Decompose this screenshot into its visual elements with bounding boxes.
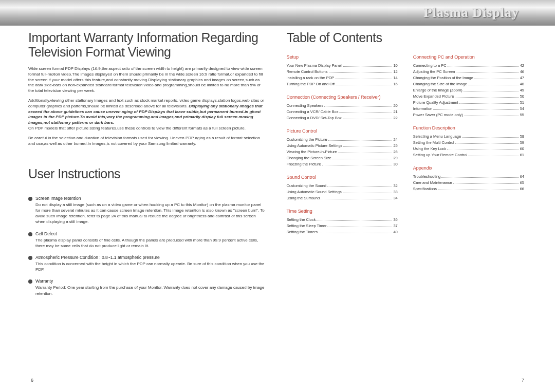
- toc-page: 65: [520, 180, 524, 186]
- toc-page: 58: [520, 134, 524, 140]
- toc-dots: [456, 72, 519, 73]
- toc-dots: [339, 113, 392, 113]
- toc-row: Changing the Size of the Image48: [413, 81, 524, 87]
- toc-dots: [343, 119, 393, 119]
- toc-label: Using Automatic Picture Settings: [287, 143, 343, 149]
- toc-row: Installing a rack on the PDP14: [287, 75, 398, 81]
- toc-label: Move Expanded Picture: [413, 94, 454, 100]
- toc-row: Remote Control Buttons12: [287, 69, 398, 75]
- toc-col-2: Connecting PC and OperationConnecting to…: [413, 54, 524, 242]
- toc-label: Your New Plasma Display Panel: [287, 63, 342, 69]
- toc-col-1: SetupYour New Plasma Display Panel10Remo…: [287, 54, 398, 242]
- warranty-para1: Wide screen format PDP Displays (16:9,th…: [28, 66, 266, 94]
- toc-label: Freezing the Picture: [287, 161, 321, 167]
- toc-row: Customizing the Sound32: [287, 183, 398, 189]
- toc-dots: [321, 199, 392, 199]
- toc-row: Information54: [413, 106, 524, 112]
- toc-row: Using the Key Lock60: [413, 146, 524, 152]
- toc-dots: [447, 150, 519, 150]
- toc-label: Changing the Position of the Image: [413, 75, 473, 81]
- toc-dots: [317, 220, 392, 221]
- bullet-title: Warranty: [35, 278, 266, 284]
- toc-dots: [335, 79, 392, 79]
- toc-label: Using the Surround: [287, 195, 320, 201]
- toc-page: 25: [393, 143, 397, 149]
- toc-label: Setting the Clock: [287, 217, 316, 223]
- toc-dots: [343, 146, 392, 147]
- toc-page: 49: [520, 87, 524, 94]
- page-number-right: 7: [522, 378, 524, 383]
- toc-label: Selecting a Menu Language: [413, 134, 461, 140]
- toc-dots: [455, 97, 519, 98]
- toc-label: Adjusting the PC Screen: [413, 69, 455, 75]
- toc-page: 10: [393, 63, 397, 69]
- toc-label: Picture Quality Adjustment: [413, 100, 458, 106]
- bullet-list: Screen Image retentionDo not display a s…: [28, 196, 266, 296]
- bullet-item: WarrantyWarranty Period: One year starti…: [28, 278, 266, 296]
- toc-dots: [448, 66, 519, 67]
- toc-dots: [468, 85, 519, 85]
- brand-header: Plasma Display: [0, 0, 555, 26]
- bullet-body: Do not display a still image (such as on…: [35, 202, 266, 225]
- toc-row: Connecting a VCR/ Cable Box21: [287, 109, 398, 115]
- left-page: Important Warranty Information Regarding…: [28, 31, 266, 303]
- toc-label: Customizing the Sound: [287, 183, 327, 189]
- toc-label: Connecting a DVD/ Set-Top Box: [287, 115, 342, 121]
- user-instructions-title: User Instructions: [28, 167, 266, 181]
- toc-row: Viewing the Picture-in-Picture26: [287, 149, 398, 155]
- brand-title: Plasma Display: [424, 5, 519, 21]
- toc-row: Move Expanded Picture50: [413, 94, 524, 100]
- toc-dots: [343, 66, 393, 67]
- toc-row: Freezing the Picture30: [287, 161, 398, 167]
- toc-page: 34: [393, 195, 397, 201]
- warranty-title: Important Warranty Information Regarding…: [28, 31, 266, 59]
- toc-label: Using the Key Lock: [413, 146, 447, 152]
- right-page: Table of Contents SetupYour New Plasma D…: [287, 31, 525, 303]
- toc-dots: [336, 85, 392, 85]
- toc-dots: [433, 109, 519, 110]
- toc-section: SetupYour New Plasma Display Panel10Remo…: [287, 54, 398, 87]
- toc-heading: Connecting PC and Operation: [413, 54, 524, 60]
- toc-row: Selecting a Menu Language58: [413, 134, 524, 140]
- toc-row: Power Saver (PC mode only)55: [413, 112, 524, 118]
- toc-heading: Sound Control: [287, 175, 398, 180]
- toc-dots: [328, 140, 393, 141]
- toc-dots: [468, 156, 519, 156]
- toc-dots: [338, 153, 393, 153]
- bullet-title: Screen Image retention: [35, 196, 266, 201]
- toc-title: Table of Contents: [287, 31, 525, 45]
- toc-label: Specifications: [413, 186, 437, 192]
- toc-label: Setting up Your Remote Control: [413, 152, 467, 158]
- toc-dots: [455, 143, 519, 144]
- toc-row: Connecting Speakers20: [287, 103, 398, 109]
- toc-page: 51: [520, 100, 524, 106]
- toc-row: Turning the PDP On and Off16: [287, 81, 398, 87]
- toc-page: 20: [393, 103, 397, 109]
- bullet-title: Cell Defect: [35, 231, 266, 236]
- toc-page: 14: [393, 75, 397, 81]
- toc-columns: SetupYour New Plasma Display Panel10Remo…: [287, 54, 525, 242]
- toc-row: Setting up Your Remote Control61: [413, 152, 524, 158]
- toc-page: 12: [393, 69, 397, 75]
- toc-page: 36: [393, 217, 397, 223]
- toc-dots: [441, 177, 519, 178]
- toc-section: AppendixTroubleshooting64Care and Mainte…: [413, 165, 524, 192]
- toc-page: 54: [520, 106, 524, 112]
- toc-page: 22: [393, 115, 397, 121]
- bullet-body: This condition is concerned with the hei…: [35, 261, 266, 272]
- toc-dots: [453, 183, 519, 184]
- toc-page: 42: [520, 63, 524, 69]
- toc-label: Using Automatic Sound Settings: [287, 189, 342, 195]
- toc-label: Installing a rack on the PDP: [287, 75, 335, 81]
- bullet-body: The plasma display panel consists of fin…: [35, 237, 266, 249]
- toc-page: 29: [393, 155, 397, 161]
- warranty-para2: Additionally,viewing other stationary im…: [28, 98, 266, 132]
- toc-label: Remote Control Buttons: [287, 69, 328, 75]
- toc-row: Connecting a DVD/ Set-Top Box22: [287, 115, 398, 121]
- toc-row: Your New Plasma Display Panel10: [287, 63, 398, 69]
- toc-label: Connecting a VCR/ Cable Box: [287, 109, 339, 115]
- toc-page: 55: [520, 112, 524, 118]
- toc-row: Specifications66: [413, 186, 524, 192]
- toc-label: Turning the PDP On and Off: [287, 81, 335, 87]
- toc-row: Setting the Clock36: [287, 217, 398, 223]
